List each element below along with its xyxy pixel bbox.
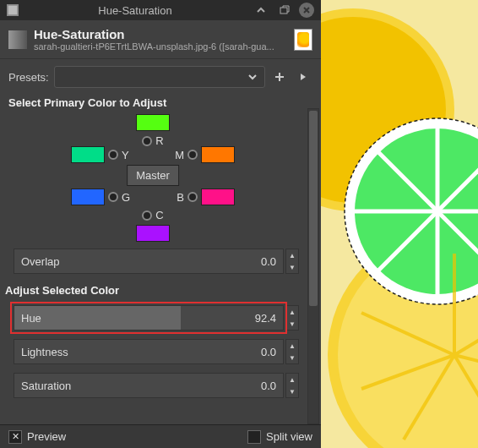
presets-label: Presets:	[8, 71, 49, 84]
radio-m[interactable]	[187, 150, 198, 160]
window-title: Hue-Saturation	[24, 4, 247, 17]
swatch-y[interactable]	[71, 146, 105, 163]
presets-dropdown[interactable]	[54, 66, 265, 88]
hue-label: Hue	[21, 312, 41, 325]
preset-menu-button[interactable]	[294, 68, 312, 86]
preview-label: Preview	[27, 430, 66, 443]
channel-b-label: B	[177, 191, 184, 204]
channel-g-label: G	[122, 191, 130, 204]
channel-m-label: M	[175, 149, 184, 161]
overlap-step-up[interactable]: ▲	[286, 249, 298, 261]
preview-checkbox[interactable]: ✕	[8, 430, 22, 444]
detach-icon[interactable]	[275, 1, 294, 19]
master-button[interactable]: Master	[127, 165, 179, 186]
svg-rect-2	[280, 8, 287, 14]
splitview-label: Split view	[266, 430, 312, 443]
adjust-color-label: Adjust Selected Color	[0, 282, 306, 302]
canvas-image[interactable]	[321, 0, 478, 448]
lightness-step-up[interactable]: ▲	[286, 340, 298, 352]
panel-scrollbar[interactable]	[307, 108, 319, 424]
saturation-label: Saturation	[21, 380, 71, 392]
overlap-step-down[interactable]: ▼	[286, 261, 298, 273]
saturation-step-down[interactable]: ▼	[286, 385, 298, 397]
primary-color-label: Select Primary Color to Adjust	[0, 95, 306, 114]
lightness-step-down[interactable]: ▼	[286, 352, 298, 363]
swatch-m[interactable]	[201, 146, 235, 163]
chevron-down-icon	[247, 72, 258, 82]
radio-y[interactable]	[108, 150, 118, 160]
channel-c-label: C	[155, 209, 163, 221]
radio-g[interactable]	[108, 192, 118, 202]
dialog-header: Hue-Saturation sarah-gualtieri-tP6ETrtLB…	[0, 20, 321, 59]
radio-b[interactable]	[187, 192, 198, 202]
splitview-checkbox[interactable]	[247, 430, 261, 444]
collapse-icon[interactable]	[252, 1, 270, 19]
swatch-b[interactable]	[201, 188, 235, 205]
saturation-value: 0.0	[261, 380, 276, 392]
lightness-slider[interactable]: Lightness 0.0 ▲▼	[14, 339, 299, 364]
channel-y-label: Y	[122, 149, 129, 161]
hue-value: 92.4	[255, 312, 276, 325]
overlap-label: Overlap	[21, 255, 60, 268]
close-icon[interactable]	[299, 3, 314, 18]
hue-slider[interactable]: Hue 92.4 ▲▼	[14, 305, 299, 331]
dialog-title: Hue-Saturation	[34, 27, 287, 41]
lightness-label: Lightness	[21, 346, 68, 358]
swatch-r[interactable]	[136, 114, 170, 131]
hue-step-down[interactable]: ▼	[286, 318, 298, 330]
add-preset-button[interactable]	[270, 68, 289, 86]
radio-c[interactable]	[142, 210, 152, 221]
app-icon	[7, 4, 19, 16]
saturation-step-up[interactable]: ▲	[286, 374, 298, 385]
overlap-slider[interactable]: Overlap 0.0 ▲▼	[14, 249, 299, 274]
hue-step-up[interactable]: ▲	[286, 306, 298, 318]
radio-r[interactable]	[142, 136, 152, 146]
lightness-value: 0.0	[261, 346, 276, 358]
dialog-subtitle: sarah-gualtieri-tP6ETrtLBWA-unsplash.jpg…	[34, 41, 287, 52]
titlebar: Hue-Saturation	[0, 0, 321, 20]
channel-r-label: R	[155, 134, 163, 147]
saturation-slider[interactable]: Saturation 0.0 ▲▼	[14, 373, 299, 398]
tool-icon	[8, 30, 27, 49]
swatch-c[interactable]	[136, 225, 170, 242]
overlap-value: 0.0	[261, 255, 276, 268]
scrollbar-thumb[interactable]	[309, 111, 318, 306]
swatch-g[interactable]	[71, 188, 105, 205]
color-wheel: R Y M Master G B	[8, 114, 297, 245]
footer: ✕ Preview Split view	[0, 424, 321, 448]
image-thumbnail[interactable]	[294, 29, 312, 51]
svg-rect-1	[8, 6, 18, 15]
